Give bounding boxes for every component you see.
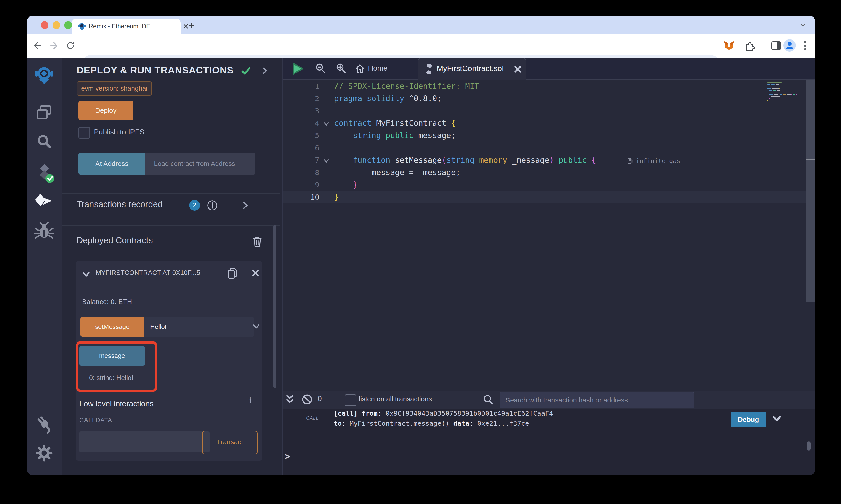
browser-menu-kebab-icon[interactable] [804,40,807,51]
code-line[interactable]: 1// SPDX-License-Identifier: MIT [283,80,806,92]
minimap-line [769,98,770,99]
editor-scrollbar[interactable] [806,80,815,303]
transact-button[interactable]: Transact [202,431,258,454]
terminal-prompt[interactable]: > [285,451,290,462]
code-line[interactable]: 3 [283,105,806,117]
fold-chevron-icon[interactable] [323,121,330,127]
code-text: message = _message; [334,168,461,177]
code-line[interactable]: 4contract MyFirstContract { [283,117,806,129]
contract-title[interactable]: MYFIRSTCONTRACT AT 0X10F...5 [96,269,224,276]
code-line[interactable]: 10} [283,191,806,203]
copy-address-icon[interactable] [226,267,238,280]
back-icon[interactable] [32,41,42,51]
minimap-line [792,94,795,95]
publish-ipfs-label: Publish to IPFS [94,128,144,136]
calldata-label: CALLDATA [79,417,112,424]
line-number: 7 [283,156,319,165]
browser-tab[interactable]: Remix - Ethereum IDE [72,19,181,34]
deploy-button[interactable]: Deploy [79,101,133,120]
forward-icon[interactable] [49,41,59,51]
tab-home[interactable]: Home [368,64,388,72]
debugger-icon[interactable] [34,221,54,242]
debug-button[interactable]: Debug [731,412,766,427]
deployed-contract-card: MYFIRSTCONTRACT AT 0X10F...5 Balance: 0.… [76,261,262,461]
minimap-line [774,94,778,95]
transactions-count-badge: 2 [189,200,200,211]
zoom-out-icon[interactable] [314,62,326,74]
code-line[interactable]: 2pragma solidity ^0.8.0; [283,92,806,105]
publish-ipfs-checkbox[interactable] [79,127,90,139]
minimap-line [769,94,773,95]
code-line[interactable]: 7 function setMessage(string memory _mes… [283,154,806,166]
solidity-file-icon [424,64,434,74]
message-button[interactable]: message [79,346,145,366]
at-address-input[interactable] [145,153,256,175]
terminal-log-line[interactable]: to: MyFirstContract.message() data: 0xe2… [334,419,529,427]
fold-chevron-icon[interactable] [323,158,330,164]
low-level-info-icon[interactable]: i [249,396,252,405]
log-expand-chevron-icon[interactable] [772,415,782,424]
minimap-line [768,84,770,85]
terminal-scrollbar[interactable] [807,442,811,451]
run-script-play-icon[interactable] [291,62,304,75]
side-panel-scrollbar[interactable] [273,225,276,388]
settings-gear-icon[interactable] [34,443,54,463]
tab-myfirstcontract[interactable]: MyFirstContract.sol [418,58,526,80]
contract-collapse-chevron-icon[interactable] [82,270,91,278]
home-icon[interactable] [354,63,366,74]
low-level-interactions-label: Low level interactions [79,399,154,408]
code-text: pragma solidity ^0.8.0; [334,94,442,103]
line-number: 8 [283,168,319,177]
panel-title: DEPLOY & RUN TRANSACTIONS [76,65,234,76]
terminal-collapse-double-chevron-icon[interactable] [285,394,295,405]
code-line[interactable]: 6 [283,142,806,154]
traffic-light-close[interactable] [41,21,49,29]
remove-contract-x-icon[interactable] [251,269,260,277]
panel-collapse-chevron-icon[interactable] [260,66,269,75]
deploy-run-icon[interactable] [34,192,54,212]
minimap-line [768,88,771,89]
terminal-search-icon [483,394,494,406]
extensions-puzzle-icon[interactable] [744,40,755,52]
tab-search-chevron-icon[interactable] [800,21,806,28]
set-message-input[interactable] [144,317,254,337]
transactions-expand-chevron-icon[interactable] [241,201,249,210]
search-icon[interactable] [34,131,54,152]
listen-all-label: listen on all transactions [359,395,432,403]
zoom-in-icon[interactable] [335,62,347,74]
file-explorer-icon[interactable] [34,102,54,122]
clear-terminal-block-icon[interactable] [301,394,313,406]
line-number: 5 [283,131,319,140]
minimap-line [796,94,797,95]
evm-version-badge: evm version: shanghai [77,82,152,96]
traffic-light-zoom[interactable] [64,21,72,29]
clear-deployed-trash-icon[interactable] [252,236,262,248]
calldata-input[interactable] [79,431,209,452]
minimap-line [784,94,786,95]
code-line[interactable]: 9 } [283,179,806,191]
code-line[interactable]: 8 message = _message; [283,166,806,179]
reload-icon[interactable] [65,41,75,51]
traffic-light-minimize[interactable] [53,21,60,29]
code-text: } [334,193,339,201]
terminal-search-input[interactable] [500,392,694,408]
transactions-info-icon[interactable] [207,200,218,211]
editor-minimap[interactable] [766,80,806,126]
set-message-button[interactable]: setMessage [81,317,144,337]
tab-title: Remix - Ethereum IDE [89,23,150,30]
terminal-log-line[interactable]: [call] from: 0x9Cf934043aD350758391b0D01… [334,410,553,417]
set-message-expand-chevron-icon[interactable] [252,323,260,330]
remix-logo-icon[interactable] [34,65,54,86]
side-panel-icon[interactable] [771,40,782,51]
metamask-extension-icon[interactable] [723,40,735,52]
minimap-line [776,84,779,85]
solidity-compiler-icon[interactable] [34,163,54,183]
listen-all-checkbox[interactable] [345,394,356,406]
code-text: string public message; [334,131,456,140]
profile-avatar[interactable] [783,39,796,52]
new-tab-button[interactable]: + [185,19,199,32]
plugin-manager-icon[interactable] [34,413,54,434]
at-address-button[interactable]: At Address [79,153,145,175]
tab-close-x-icon[interactable] [514,65,522,73]
code-line[interactable]: 5 string public message; [283,129,806,142]
